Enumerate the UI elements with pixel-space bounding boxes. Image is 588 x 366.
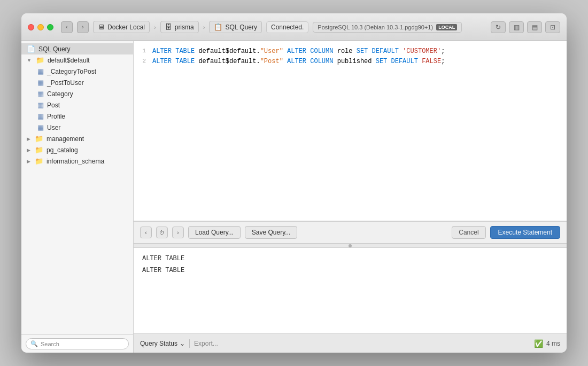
chevron-down-icon: ▼ bbox=[27, 58, 32, 63]
table-icon-3: ▦ bbox=[37, 90, 44, 98]
sidebar: 📄 SQL Query ▼ 📁 default$default ▦ _Categ… bbox=[21, 41, 134, 353]
load-query-button[interactable]: Load Query... bbox=[188, 226, 241, 239]
breadcrumb-docker-local-label: Docker Local bbox=[107, 24, 145, 31]
expand-button[interactable]: ⊡ bbox=[545, 21, 560, 33]
search-placeholder: Search bbox=[41, 341, 59, 347]
cancel-button[interactable]: Cancel bbox=[452, 226, 485, 239]
sidebar-item-profile[interactable]: ▦ Profile bbox=[21, 111, 133, 122]
sidebar-item-post[interactable]: ▦ Post bbox=[21, 99, 133, 111]
chevron-right-icon-2: ▶ bbox=[27, 147, 30, 153]
chevron-right-icon-3: ▶ bbox=[27, 159, 30, 164]
search-icon: 🔍 bbox=[30, 340, 38, 347]
pg-version-info: PostgreSQL 10.3 (Debian 10.3-1.pgdg90+1)… bbox=[313, 22, 462, 33]
sql-query-icon: 📄 bbox=[27, 45, 35, 53]
sidebar-information-schema-label: information_schema bbox=[47, 158, 104, 165]
sidebar-default-schema-label: default$default bbox=[48, 57, 90, 64]
sidebar-item-information-schema[interactable]: ▶ 📁 information_schema bbox=[21, 155, 133, 167]
line-number: 2 bbox=[134, 57, 152, 66]
sql-editor[interactable]: 1ALTER TABLE default$default."User" ALTE… bbox=[134, 41, 567, 72]
status-bar: Query Status ⌄ Export... ✅ 4 ms bbox=[134, 333, 567, 353]
table-icon-2: ▦ bbox=[37, 79, 44, 87]
query-status-label: Query Status bbox=[140, 340, 177, 347]
save-query-button[interactable]: Save Query... bbox=[245, 226, 297, 239]
maximize-button[interactable] bbox=[47, 24, 53, 30]
refresh-button[interactable]: ↻ bbox=[491, 21, 506, 33]
chevron-down-icon: ⌄ bbox=[180, 340, 185, 347]
table-icon-6: ▦ bbox=[37, 123, 44, 131]
results-area: ALTER TABLEALTER TABLE bbox=[134, 248, 567, 333]
line-number: 1 bbox=[134, 46, 152, 56]
result-line: ALTER TABLE bbox=[142, 265, 558, 277]
sidebar-post-to-user-label: _PostToUser bbox=[47, 79, 84, 87]
sidebar-item-sql-query[interactable]: 📄 SQL Query bbox=[21, 43, 133, 54]
connection-status: Connected. bbox=[266, 21, 308, 33]
sidebar-footer: 🔍 Search bbox=[21, 334, 133, 353]
query-icon: 📋 bbox=[214, 23, 222, 31]
prev-query-button[interactable]: ‹ bbox=[140, 227, 152, 238]
schema-icon: 📁 bbox=[36, 56, 44, 64]
breadcrumb-sep-2: › bbox=[203, 24, 205, 30]
server-icon: 🖥 bbox=[98, 23, 105, 31]
table-icon: ▦ bbox=[37, 67, 44, 75]
sidebar-sql-query-label: SQL Query bbox=[38, 45, 71, 53]
table-icon-4: ▦ bbox=[37, 101, 44, 109]
local-badge: LOCAL bbox=[436, 24, 457, 30]
divider-handle[interactable] bbox=[134, 244, 567, 248]
traffic-lights bbox=[28, 24, 53, 30]
search-box[interactable]: 🔍 Search bbox=[26, 338, 129, 349]
sidebar-item-default-schema[interactable]: ▼ 📁 default$default bbox=[21, 54, 133, 66]
content-area: 1ALTER TABLE default$default."User" ALTE… bbox=[134, 41, 567, 353]
sidebar-content: 📄 SQL Query ▼ 📁 default$default ▦ _Categ… bbox=[21, 41, 133, 334]
sidebar-item-category[interactable]: ▦ Category bbox=[21, 88, 133, 99]
sidebar-item-management[interactable]: ▶ 📁 management bbox=[21, 133, 133, 144]
close-button[interactable] bbox=[28, 24, 34, 30]
titlebar: ‹ › 🖥 Docker Local › 🗄 prisma › 📋 SQL Qu… bbox=[21, 13, 567, 41]
export-button[interactable]: Export... bbox=[194, 340, 218, 347]
status-right: ✅ 4 ms bbox=[534, 339, 560, 348]
minimize-button[interactable] bbox=[37, 24, 44, 30]
timing-label: 4 ms bbox=[546, 340, 560, 347]
schema-icon-3: 📁 bbox=[35, 146, 43, 154]
sidebar-user-label: User bbox=[47, 124, 60, 131]
sidebar-category-label: Category bbox=[47, 90, 73, 98]
sql-line: 1ALTER TABLE default$default."User" ALTE… bbox=[134, 46, 567, 57]
table-icon-5: ▦ bbox=[37, 112, 44, 120]
sidebar-management-label: management bbox=[47, 135, 84, 143]
breadcrumb-sep-1: › bbox=[154, 24, 156, 30]
main-layout: 📄 SQL Query ▼ 📁 default$default ▦ _Categ… bbox=[21, 41, 567, 353]
breadcrumb-sql-query[interactable]: 📋 SQL Query bbox=[209, 21, 262, 33]
breadcrumb-prisma-label: prisma bbox=[175, 24, 194, 31]
sql-line: 2ALTER TABLE default$default."Post" ALTE… bbox=[134, 57, 567, 67]
sidebar-item-category-to-post[interactable]: ▦ _CategoryToPost bbox=[21, 66, 133, 77]
success-icon: ✅ bbox=[534, 339, 543, 348]
sidebar-post-label: Post bbox=[47, 102, 60, 109]
sidebar-item-post-to-user[interactable]: ▦ _PostToUser bbox=[21, 77, 133, 88]
layout-btn-2[interactable]: ▤ bbox=[527, 21, 542, 33]
schema-icon-4: 📁 bbox=[35, 157, 43, 165]
line-content: ALTER TABLE default$default."Post" ALTER… bbox=[152, 57, 567, 67]
execute-button[interactable]: Execute Statement bbox=[490, 226, 560, 239]
divider-dot bbox=[349, 244, 352, 247]
editor-area[interactable]: 1ALTER TABLE default$default."User" ALTE… bbox=[134, 41, 567, 221]
history-button[interactable]: ⏱ bbox=[156, 227, 168, 238]
app-window: ‹ › 🖥 Docker Local › 🗄 prisma › 📋 SQL Qu… bbox=[21, 13, 567, 353]
schema-icon-2: 📁 bbox=[35, 135, 43, 143]
line-content: ALTER TABLE default$default."User" ALTER… bbox=[152, 46, 567, 57]
query-toolbar: ‹ ⏱ › Load Query... Save Query... Cancel… bbox=[134, 221, 567, 244]
query-status-dropdown[interactable]: Query Status ⌄ bbox=[140, 340, 185, 347]
layout-btn-1[interactable]: ▥ bbox=[509, 21, 524, 33]
result-line: ALTER TABLE bbox=[142, 253, 558, 265]
sidebar-item-user[interactable]: ▦ User bbox=[21, 122, 133, 133]
next-query-button[interactable]: › bbox=[172, 227, 184, 238]
sidebar-pg-catalog-label: pg_catalog bbox=[47, 146, 78, 154]
breadcrumb-docker-local[interactable]: 🖥 Docker Local bbox=[93, 21, 150, 33]
breadcrumb-sql-query-label: SQL Query bbox=[225, 24, 257, 31]
chevron-right-icon: ▶ bbox=[27, 136, 30, 142]
forward-button[interactable]: › bbox=[77, 21, 89, 33]
breadcrumb-prisma[interactable]: 🗄 prisma bbox=[160, 21, 199, 33]
back-button[interactable]: ‹ bbox=[61, 21, 73, 33]
sidebar-item-pg-catalog[interactable]: ▶ 📁 pg_catalog bbox=[21, 144, 133, 155]
status-separator bbox=[189, 339, 190, 348]
db-icon: 🗄 bbox=[165, 23, 172, 31]
sidebar-profile-label: Profile bbox=[47, 113, 65, 120]
